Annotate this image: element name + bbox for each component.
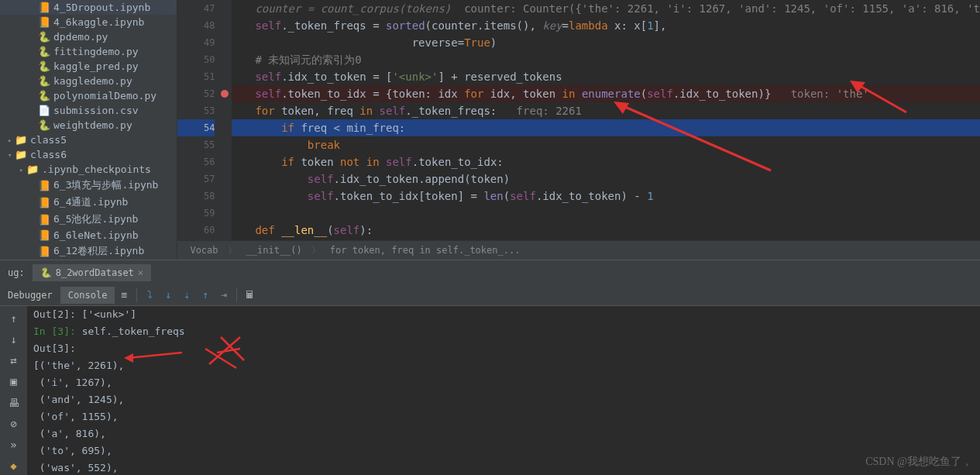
file-node[interactable]: 📙6_4通道.ipynb xyxy=(0,194,177,211)
file-label: class6 xyxy=(30,149,67,160)
file-label: class5 xyxy=(30,134,67,146)
line-number[interactable]: 53 xyxy=(177,102,215,119)
stop-icon[interactable]: ▣ xyxy=(5,373,23,391)
inline-value: freq: 2261 xyxy=(517,105,582,117)
ipynb-icon: 📙 xyxy=(39,2,50,13)
ipynb-icon: 📙 xyxy=(39,180,50,191)
step-into-my-icon[interactable]: ⇣ xyxy=(177,286,196,305)
watermark: CSDN @我想吃鱼了， xyxy=(865,455,972,469)
resume-icon[interactable]: ↓ xyxy=(5,330,23,348)
inline-value: counter: Counter({'the': 2261, 'i': 1267… xyxy=(464,2,980,15)
file-node[interactable]: 🐍kaggle_pred.py xyxy=(0,59,177,74)
file-label: 6_12卷积层.ipynb xyxy=(53,244,144,258)
line-number[interactable]: 56 xyxy=(177,153,215,170)
breadcrumb-item[interactable]: __init__() xyxy=(242,245,307,256)
ipynb-icon: 📙 xyxy=(39,17,50,28)
folder-node[interactable]: ▸📁.ipynb_checkpoints xyxy=(0,162,177,177)
debug-tab-bar[interactable]: ug: 🐍 8_2wordDataset × xyxy=(0,260,980,284)
breadcrumb-item[interactable]: Vocab xyxy=(185,245,222,256)
project-tree[interactable]: 📙4_5Dropout.ipynb📙4_6kaggle.ipynb🐍dpdemo… xyxy=(0,0,177,260)
debug-session-tab[interactable]: 🐍 8_2wordDataset × xyxy=(33,264,151,281)
line-number[interactable]: 59 xyxy=(177,205,215,222)
file-label: 6_5池化层.ipynb xyxy=(53,212,138,226)
file-label: 6_4通道.ipynb xyxy=(53,195,128,209)
step-out-icon[interactable]: ↑ xyxy=(196,286,215,305)
more-icon[interactable]: » xyxy=(5,436,23,454)
breadcrumb[interactable]: Vocab〉 __init__()〉 for token, freq in se… xyxy=(177,240,980,260)
close-icon[interactable]: × xyxy=(138,267,143,278)
console-line: Out[3]: xyxy=(33,340,974,357)
ipynb-icon: 📙 xyxy=(39,230,50,241)
line-gutter[interactable]: 4748495051525354555657585960 xyxy=(177,0,232,240)
line-number[interactable]: 47 xyxy=(177,0,215,17)
code-editor[interactable]: 4748495051525354555657585960 counter = c… xyxy=(177,0,980,260)
line-number[interactable]: 57 xyxy=(177,170,215,188)
folder-node[interactable]: ▸📁class5 xyxy=(0,133,177,147)
line-number[interactable]: 54 xyxy=(177,119,215,136)
console-line: Out[2]: ['<unk>'] xyxy=(33,306,974,323)
file-node[interactable]: 📙4_5Dropout.ipynb xyxy=(0,0,177,15)
line-number[interactable]: 55 xyxy=(177,136,215,153)
file-node[interactable]: 🐍fittingdemo.py xyxy=(0,44,177,59)
line-number[interactable]: 60 xyxy=(177,222,215,239)
code-text: counter = count_corpus(tokens) xyxy=(255,2,464,15)
run-cursor-icon[interactable]: ⇥ xyxy=(215,286,233,305)
debug-toolbar[interactable]: Debugger Console ≡ ⤵ ↓ ⇣ ↑ ⇥ 🖩 xyxy=(0,284,980,306)
pause-icon[interactable]: ⇄ xyxy=(5,352,23,370)
line-number[interactable]: 49 xyxy=(177,34,215,51)
console-line: ('and', 1245), xyxy=(33,391,974,408)
ipynb-icon: 📙 xyxy=(39,197,50,208)
file-label: dpdemo.py xyxy=(53,31,108,43)
ipynb-icon: 📙 xyxy=(39,246,50,256)
settings-icon[interactable]: ◆ xyxy=(5,457,23,475)
console-line: ('a', 816), xyxy=(33,425,974,442)
file-node[interactable]: 🐍kaggledemo.py xyxy=(0,74,177,88)
file-node[interactable]: 📙6_3填充与步幅.ipynb xyxy=(0,177,177,194)
debug-console[interactable]: Out[2]: ['<unk>']In [3]: self._token_fre… xyxy=(27,306,980,475)
console-line: [('the', 2261), xyxy=(33,357,974,374)
console-tab[interactable]: Console xyxy=(60,287,115,304)
py-icon: 🐍 xyxy=(39,61,50,72)
file-node[interactable]: 📙6_6leNet.ipynb xyxy=(0,228,177,243)
file-node[interactable]: 🐍dpdemo.py xyxy=(0,29,177,44)
step-into-icon[interactable]: ↓ xyxy=(159,286,177,305)
file-node[interactable]: 🐍weightdemo.py xyxy=(0,118,177,133)
line-number[interactable]: 58 xyxy=(177,188,215,205)
evaluate-icon[interactable]: 🖩 xyxy=(240,286,259,305)
csv-icon: 📄 xyxy=(39,105,50,116)
debugger-tab[interactable]: Debugger xyxy=(0,287,60,304)
folder-icon: 📁 xyxy=(27,164,38,175)
step-over-icon[interactable]: ⤵ xyxy=(140,286,159,305)
file-label: 4_6kaggle.ipynb xyxy=(53,16,144,28)
file-label: weightdemo.py xyxy=(53,119,132,131)
file-node[interactable]: 📙4_6kaggle.ipynb xyxy=(0,15,177,29)
py-icon: 🐍 xyxy=(39,120,50,131)
py-icon: 🐍 xyxy=(39,91,50,102)
line-number[interactable]: 50 xyxy=(177,51,215,68)
console-line: ('was', 552), xyxy=(33,460,974,475)
console-line: ('to', 695), xyxy=(33,442,974,460)
debug-side-toolbar[interactable]: ↑ ↓ ⇄ ▣ 🖶 ⊘ » ◆ xyxy=(0,306,27,475)
folder-node[interactable]: ▾📁class6 xyxy=(0,147,177,162)
breadcrumb-item[interactable]: for token, freq in self._token_... xyxy=(325,245,525,256)
line-number[interactable]: 48 xyxy=(177,17,215,34)
breakpoint-icon[interactable] xyxy=(221,90,229,98)
mute-bp-icon[interactable]: ⊘ xyxy=(5,415,23,432)
file-node[interactable]: 📄submission.csv xyxy=(0,103,177,118)
file-label: fittingdemo.py xyxy=(53,46,139,57)
file-node[interactable]: 🐍polynomialDemo.py xyxy=(0,88,177,103)
ipynb-icon: 📙 xyxy=(39,214,50,225)
line-number[interactable]: 52 xyxy=(177,85,215,102)
line-number[interactable]: 51 xyxy=(177,68,215,85)
view-bp-icon[interactable]: 🖶 xyxy=(5,394,23,411)
code-content[interactable]: counter = count_corpus(tokens) counter: … xyxy=(232,0,980,240)
file-label: kaggledemo.py xyxy=(53,75,132,87)
file-node[interactable]: 📙6_12卷积层.ipynb xyxy=(0,243,177,260)
py-icon: 🐍 xyxy=(39,46,50,57)
rerun-icon[interactable]: ↑ xyxy=(5,309,23,327)
threads-icon[interactable]: ≡ xyxy=(115,286,133,305)
console-line: In [3]: self._token_freqs xyxy=(33,323,974,340)
file-node[interactable]: 📙6_5池化层.ipynb xyxy=(0,211,177,228)
folder-icon: 📁 xyxy=(15,135,26,146)
file-label: 4_5Dropout.ipynb xyxy=(53,2,150,13)
